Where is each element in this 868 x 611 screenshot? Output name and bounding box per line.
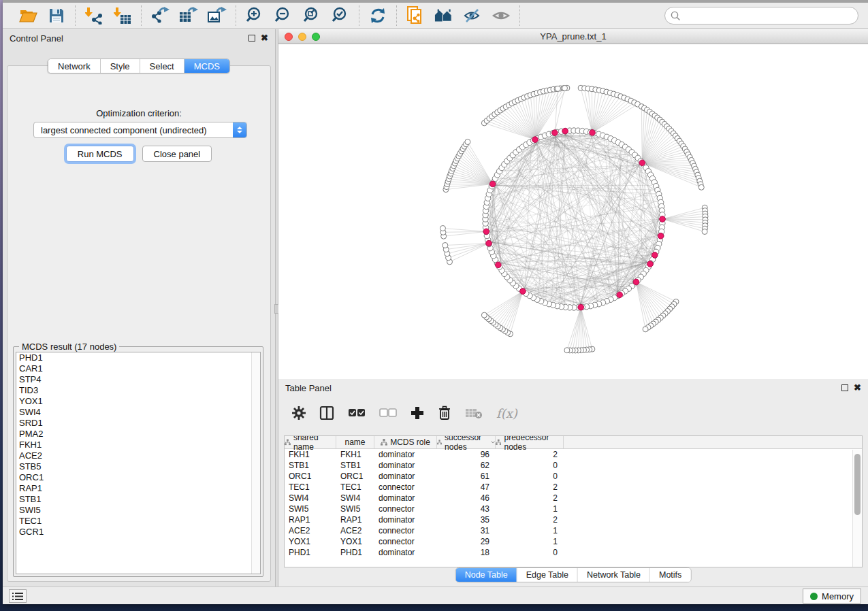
table-row[interactable]: YOX1YOX1connector291 bbox=[285, 536, 862, 547]
export-network-icon[interactable] bbox=[150, 6, 170, 25]
cell-MCDS-role: dominator bbox=[374, 450, 437, 459]
namespace-icon bbox=[496, 439, 501, 446]
mcds-result-item[interactable]: ORC1 bbox=[16, 472, 260, 483]
scrollbar-thumb[interactable] bbox=[854, 454, 861, 515]
mcds-result-item[interactable]: SWI4 bbox=[16, 407, 260, 418]
zoom-in-icon[interactable] bbox=[245, 6, 264, 25]
export-table-icon[interactable] bbox=[179, 6, 198, 25]
view-group bbox=[397, 5, 520, 26]
node-table[interactable]: shared namenameMCDS rolesuccessor nodesp… bbox=[284, 435, 863, 567]
network-window-title: YPA_prune.txt_1 bbox=[278, 31, 868, 42]
table-scrollbar[interactable] bbox=[852, 450, 862, 567]
close-panel-icon[interactable]: ✖ bbox=[261, 35, 268, 42]
save-icon[interactable] bbox=[47, 6, 66, 25]
optimization-value: largest connected component (undirected) bbox=[41, 125, 207, 135]
mcds-result-item[interactable]: GCR1 bbox=[16, 527, 260, 538]
mcds-result-item[interactable]: CAR1 bbox=[16, 363, 260, 374]
mcds-result-item[interactable]: PMA2 bbox=[16, 429, 260, 440]
delete-table-icon[interactable] bbox=[465, 407, 483, 419]
function-icon[interactable]: f(x) bbox=[496, 406, 517, 420]
mcds-result-item[interactable]: SWI5 bbox=[16, 505, 260, 516]
mcds-result-item[interactable]: STB1 bbox=[16, 494, 260, 505]
close-table-panel-icon[interactable]: ✖ bbox=[854, 384, 861, 391]
cell-shared-name: ACE2 bbox=[285, 526, 336, 535]
zoom-out-icon[interactable] bbox=[274, 6, 293, 25]
cell-predecessor-nodes: 1 bbox=[496, 504, 564, 514]
mcds-result-item[interactable]: YOX1 bbox=[16, 396, 260, 407]
deselect-all-icon[interactable] bbox=[379, 408, 397, 418]
zoom-selected-icon[interactable] bbox=[331, 6, 350, 25]
tab-network[interactable]: Network bbox=[48, 59, 101, 73]
select-all-icon[interactable] bbox=[348, 408, 366, 418]
mcds-result-item[interactable]: STP4 bbox=[16, 374, 260, 385]
home-network-icon[interactable] bbox=[434, 6, 453, 25]
table-row[interactable]: STB1STB1dominator620 bbox=[285, 460, 862, 471]
tab-select[interactable]: Select bbox=[140, 59, 184, 73]
delete-icon[interactable] bbox=[438, 406, 451, 420]
mcds-result-item[interactable]: TID3 bbox=[16, 385, 260, 396]
mcds-result-item[interactable]: PHD1 bbox=[16, 352, 260, 363]
float-panel-icon[interactable] bbox=[248, 35, 255, 42]
mcds-result-list[interactable]: PHD1CAR1STP4TID3YOX1SWI4SRD1PMA2FKH1ACE2… bbox=[16, 352, 261, 574]
cell-name: YOX1 bbox=[336, 537, 374, 546]
cell-successor-nodes: 47 bbox=[437, 482, 496, 492]
mcds-result-item[interactable]: RAP1 bbox=[16, 483, 260, 494]
mcds-result-item[interactable]: STB5 bbox=[16, 461, 260, 472]
mcds-result-title: MCDS result (17 nodes) bbox=[19, 342, 119, 352]
zoom-fit-icon[interactable] bbox=[302, 6, 321, 25]
memory-status-icon bbox=[810, 593, 818, 600]
tab-edge-table[interactable]: Edge Table bbox=[517, 568, 578, 582]
column-header-successor-nodes[interactable]: successor nodes bbox=[437, 436, 496, 448]
search-input[interactable] bbox=[664, 7, 858, 24]
table-row[interactable]: PHD1PHD1dominator180 bbox=[285, 547, 862, 558]
table-row[interactable]: FKH1FKH1dominator962 bbox=[285, 449, 862, 460]
table-row[interactable]: ORC1ORC1dominator610 bbox=[285, 471, 862, 482]
tab-motifs[interactable]: Motifs bbox=[650, 568, 690, 582]
tab-node-table[interactable]: Node Table bbox=[456, 568, 517, 582]
cell-name: SWI4 bbox=[336, 493, 374, 503]
add-icon[interactable] bbox=[411, 406, 424, 420]
table-row[interactable]: SWI4SWI4dominator462 bbox=[285, 493, 862, 503]
column-header-name[interactable]: name bbox=[336, 436, 374, 448]
table-row[interactable]: TEC1TEC1connector472 bbox=[285, 482, 862, 493]
mcds-list-scrollbar[interactable] bbox=[251, 352, 260, 574]
network-view[interactable] bbox=[278, 44, 868, 379]
optimization-select[interactable]: largest connected component (undirected) bbox=[33, 122, 247, 138]
table-row[interactable]: SWI5SWI5connector431 bbox=[285, 503, 862, 514]
columns-icon[interactable] bbox=[319, 406, 334, 420]
table-row[interactable]: RAP1RAP1dominator352 bbox=[285, 514, 862, 525]
float-table-panel-icon[interactable] bbox=[841, 384, 848, 391]
import-table-icon[interactable] bbox=[113, 6, 132, 25]
refresh-icon[interactable] bbox=[368, 6, 387, 25]
run-mcds-button[interactable]: Run MCDS bbox=[66, 146, 134, 162]
column-header-shared-name[interactable]: shared name bbox=[285, 436, 336, 448]
network-graph[interactable] bbox=[278, 44, 868, 379]
import-network-icon[interactable] bbox=[84, 6, 103, 25]
open-folder-icon[interactable] bbox=[18, 6, 37, 25]
column-header-predecessor-nodes[interactable]: predecessor nodes bbox=[496, 436, 564, 448]
tab-style[interactable]: Style bbox=[101, 59, 140, 73]
clone-network-icon[interactable] bbox=[406, 6, 425, 25]
mcds-result-item[interactable]: TEC1 bbox=[16, 516, 260, 527]
show-eye-icon[interactable] bbox=[492, 6, 511, 25]
memory-button[interactable]: Memory bbox=[803, 589, 861, 604]
tab-mcds[interactable]: MCDS bbox=[184, 59, 229, 73]
mcds-result-item[interactable]: SRD1 bbox=[16, 418, 260, 429]
column-header-MCDS-role[interactable]: MCDS role bbox=[374, 436, 437, 448]
task-history-button[interactable] bbox=[9, 589, 27, 603]
gear-icon[interactable] bbox=[292, 406, 306, 420]
hide-eye-icon[interactable] bbox=[463, 6, 482, 25]
mcds-result-item[interactable]: FKH1 bbox=[16, 440, 260, 450]
column-label: name bbox=[344, 437, 365, 447]
import-group bbox=[76, 5, 142, 26]
network-window-titlebar[interactable]: YPA_prune.txt_1 bbox=[278, 29, 868, 44]
mcds-result-item[interactable]: ACE2 bbox=[16, 450, 260, 461]
tab-network-table[interactable]: Network Table bbox=[578, 568, 650, 582]
namespace-icon bbox=[285, 439, 291, 446]
table-row[interactable]: ACE2ACE2connector311 bbox=[285, 525, 862, 536]
export-image-icon[interactable] bbox=[208, 6, 227, 25]
status-bar: Memory bbox=[3, 587, 868, 604]
cell-name: FKH1 bbox=[336, 450, 374, 459]
cell-shared-name: STB1 bbox=[285, 461, 336, 470]
close-panel-button[interactable]: Close panel bbox=[142, 146, 212, 162]
